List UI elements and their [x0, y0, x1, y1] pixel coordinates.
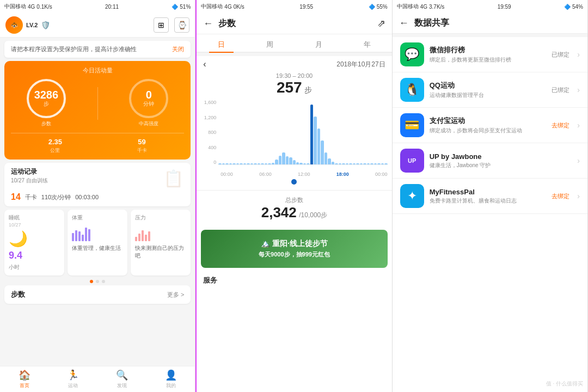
- workout-calories-unit: 千卡: [25, 193, 37, 201]
- item-status-2[interactable]: 去绑定: [552, 121, 569, 130]
- share-list-item[interactable]: ✦MyFitnessPal免费卡路里计算机、膳食和运动日志去绑定›: [393, 179, 587, 214]
- share-list-item[interactable]: 💳支付宝运动绑定成功，步数将会同步至支付宝运动去绑定›: [393, 108, 587, 143]
- item-status-1: 已绑定: [552, 86, 569, 94]
- bar-1: [72, 233, 74, 241]
- weight-card[interactable]: 体重 体重管理，健康生活: [68, 210, 127, 275]
- total-steps-row: 2,342 /10,000步: [197, 204, 391, 221]
- sleep-value: 9.4: [9, 250, 60, 261]
- tab-profile[interactable]: 👤 我的: [165, 369, 177, 389]
- banner-close-button[interactable]: 关闭: [172, 45, 184, 53]
- steps-value: 3286: [34, 89, 59, 100]
- app-icon-3: UP: [400, 149, 424, 173]
- x-label-4: 00:00: [375, 171, 388, 177]
- tab-year[interactable]: 年: [355, 38, 379, 53]
- pbar-5: [148, 231, 150, 241]
- activity-card: 今日活动量 3286 步 步数 0 分钟 中高强度 2.35 公里: [4, 61, 191, 160]
- speed-2: 0K/s: [234, 4, 244, 10]
- data-share-header: ← 数据共享: [393, 13, 587, 34]
- chart-bar-19: [286, 156, 289, 164]
- steps-header: ← 步数 ⇗: [197, 13, 391, 34]
- chart-prev-button[interactable]: ‹: [203, 59, 206, 69]
- steps-tabs: 日 周 月 年: [197, 34, 391, 53]
- steps-nav-row[interactable]: 步数 更多 >: [4, 285, 191, 304]
- tab-day[interactable]: 日: [209, 38, 234, 53]
- pressure-label: 压力: [135, 214, 186, 222]
- app-icon-1: 🐧: [400, 78, 424, 102]
- health-cards-row: 睡眠 10/27 🌙 9.4 小时 体重 体重管理，健康生活 压力: [4, 210, 191, 275]
- weight-desc: 体重管理，健康生活: [72, 244, 123, 252]
- chart-bar-1: [222, 163, 225, 164]
- chart-bar-26: [310, 105, 313, 164]
- chart-bar-7: [243, 163, 246, 164]
- battery-1: 51%: [180, 4, 191, 10]
- back-button-3[interactable]: ←: [399, 17, 409, 29]
- status-right-2: 🔷 55%: [369, 4, 388, 10]
- pressure-card[interactable]: 压力 快来测测自己的压力吧: [131, 210, 191, 275]
- total-steps-section: 总步数 2,342 /10,000步: [197, 190, 391, 226]
- steps-ring-label: 步数: [41, 120, 51, 127]
- y-label-0: 0: [201, 160, 216, 165]
- chart-nav: ‹ 2018年10月27日: [197, 56, 391, 72]
- tab-month[interactable]: 月: [307, 38, 331, 53]
- chart-date: 2018年10月27日: [336, 60, 385, 69]
- item-chevron-4: ›: [577, 192, 580, 200]
- chart-bar-46: [381, 163, 384, 164]
- profile-tab-label: 我的: [166, 382, 176, 389]
- sleep-unit: 小时: [9, 264, 20, 270]
- item-desc-3: 健康生活，Jawbone 守护: [430, 162, 570, 169]
- item-status-4[interactable]: 去绑定: [552, 192, 569, 200]
- chongyang-banner[interactable]: 🏔️ 重阳·线上徒步节 每天9000步，抽999元红包: [201, 230, 387, 268]
- y-axis: 1,600 1,200 800 400 0: [201, 100, 218, 165]
- current-steps-unit: 步: [304, 85, 312, 94]
- status-left-2: 中国移动 4G 0K/s: [201, 3, 244, 10]
- speed-1: 0.1K/s: [36, 4, 52, 10]
- x-label-1: 06:00: [259, 171, 272, 177]
- sleep-date: 10/27: [9, 222, 60, 228]
- sleep-card[interactable]: 睡眠 10/27 🌙 9.4 小时: [4, 210, 64, 275]
- dot-2: [96, 280, 99, 283]
- share-list-item[interactable]: 🐧QQ运动运动健康数据管理平台已绑定›: [393, 72, 587, 108]
- banner-text: 请把本程序设置为受保护应用，提高计步准确性: [11, 45, 137, 53]
- dot-1: [90, 280, 93, 283]
- share-list-item[interactable]: UPUP by Jawbone健康生活，Jawbone 守护›: [393, 143, 587, 179]
- pbar-3: [142, 230, 144, 241]
- chart-bar-14: [268, 163, 271, 164]
- signal-4g-1: 4G: [28, 4, 35, 10]
- battery-2: 55%: [377, 4, 388, 10]
- chart-bar-11: [258, 163, 260, 164]
- back-button-2[interactable]: ←: [203, 18, 213, 29]
- share-list-item[interactable]: 💬微信排行榜绑定后，步数将更新至微信排行榜已绑定›: [393, 37, 587, 72]
- chart-bar-40: [360, 163, 363, 164]
- chart-bar-9: [250, 163, 253, 164]
- dot-3: [102, 280, 105, 283]
- speed-3: 3.7K/s: [429, 4, 444, 10]
- x-label-2: 12:00: [298, 171, 310, 177]
- share-icon[interactable]: ⇗: [377, 17, 385, 29]
- discover-tab-label: 发现: [117, 382, 127, 389]
- chart-bar-35: [342, 163, 345, 164]
- watch-icon[interactable]: ⌚: [174, 17, 189, 33]
- intensity-ring-circle: 0 分钟: [129, 79, 168, 118]
- panel-home: 中国移动 4G 0.1K/s 20:11 🔷 51% 🐯 LV.2 🛡️ ⊞ ⌚…: [0, 0, 195, 392]
- weight-chart: [72, 225, 123, 241]
- chart-bar-17: [279, 156, 281, 165]
- item-desc-4: 免费卡路里计算机、膳食和运动日志: [430, 197, 547, 205]
- x-label-0: 00:00: [220, 171, 233, 177]
- time-range: 19:30 – 20:00: [202, 72, 386, 79]
- steps-ring-circle: 3286 步: [27, 79, 66, 118]
- banner-line1: 🏔️ 重阳·线上徒步节: [259, 239, 330, 249]
- qr-icon[interactable]: ⊞: [154, 17, 169, 33]
- shield-icon: 🛡️: [41, 21, 50, 29]
- scroll-indicator: [291, 179, 297, 185]
- time-1: 20:11: [105, 4, 119, 10]
- y-label-1: 400: [201, 145, 216, 150]
- total-steps-value: 2,342: [261, 204, 297, 220]
- tab-week[interactable]: 周: [258, 38, 282, 53]
- item-info-3: UP by Jawbone健康生活，Jawbone 守护: [430, 152, 570, 169]
- avatar[interactable]: 🐯: [5, 16, 23, 34]
- tab-home[interactable]: 🏠 首页: [19, 369, 30, 389]
- profile-tab-icon: 👤: [165, 369, 177, 381]
- pressure-chart: [135, 225, 186, 241]
- tab-sport[interactable]: 🏃 运动: [67, 369, 79, 389]
- tab-discover[interactable]: 🔍 发现: [116, 369, 128, 389]
